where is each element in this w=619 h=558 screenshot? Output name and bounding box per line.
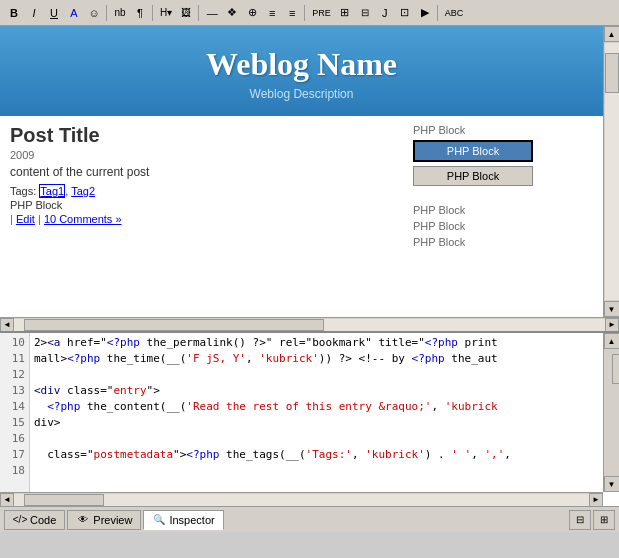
code-line-15: div> bbox=[34, 415, 599, 431]
scroll-thumb[interactable] bbox=[605, 53, 619, 93]
j-button[interactable]: J bbox=[376, 4, 394, 22]
code-area: 10 11 12 13 14 15 16 17 18 2><a href="<?… bbox=[0, 331, 619, 506]
line-num-18: 18 bbox=[0, 463, 29, 479]
tag1-link[interactable]: Tag1 bbox=[39, 184, 65, 198]
design-area: Weblog Name Weblog Description Post Titl… bbox=[0, 26, 619, 331]
scroll-up-arrow[interactable]: ▲ bbox=[604, 26, 620, 42]
code-line-12 bbox=[34, 367, 599, 383]
site-header: Weblog Name Weblog Description bbox=[0, 26, 603, 116]
php-block-tag-label: PHP Block bbox=[10, 199, 62, 211]
code-line-14: <?php the_content(__('Read the rest of t… bbox=[34, 399, 599, 415]
page-preview: Weblog Name Weblog Description Post Titl… bbox=[0, 26, 603, 317]
code-icon: </> bbox=[13, 513, 27, 527]
post-content: content of the current post bbox=[10, 165, 393, 179]
code-scroll-down[interactable]: ▼ bbox=[604, 476, 620, 492]
code-line-17: class="postmetadata"><?php the_tags(__('… bbox=[34, 447, 599, 463]
separator bbox=[304, 5, 306, 21]
php-block-bot2-label: PHP Block bbox=[413, 236, 593, 248]
line-num-15: 15 bbox=[0, 415, 29, 431]
tab-code-label: Code bbox=[30, 514, 56, 526]
nb-button[interactable]: nb bbox=[111, 4, 129, 22]
align-center-button[interactable]: ≡ bbox=[283, 4, 301, 22]
code-line-11: mall><?php the_time(__('F jS, Y', 'kubri… bbox=[34, 351, 599, 367]
pre-button[interactable]: PRE bbox=[309, 4, 334, 22]
code-h-thumb[interactable] bbox=[24, 494, 104, 506]
line-num-13: 13 bbox=[0, 383, 29, 399]
scroll-right-arrow[interactable]: ► bbox=[605, 318, 619, 332]
php-block-btn-2[interactable]: PHP Block bbox=[413, 166, 533, 186]
inspector-icon: 🔍 bbox=[152, 513, 166, 527]
line-num-10: 10 bbox=[0, 335, 29, 351]
separator bbox=[152, 5, 154, 21]
line-num-11: 11 bbox=[0, 351, 29, 367]
line-numbers: 10 11 12 13 14 15 16 17 18 bbox=[0, 333, 30, 492]
scroll-track[interactable] bbox=[605, 43, 619, 300]
table-button[interactable]: ⊞ bbox=[336, 4, 354, 22]
post-tags: Tags: Tag1, Tag2 bbox=[10, 185, 393, 197]
tab-code[interactable]: </> Code bbox=[4, 510, 65, 530]
form-button[interactable]: ⊟ bbox=[356, 4, 374, 22]
bold-button[interactable]: B bbox=[5, 4, 23, 22]
code-scroll-left[interactable]: ◄ bbox=[0, 493, 14, 507]
line-num-12: 12 bbox=[0, 367, 29, 383]
line-num-16: 16 bbox=[0, 431, 29, 447]
bookmark-button[interactable]: ⊕ bbox=[243, 4, 261, 22]
code-line-10: 2><a href="<?php the_permalink() ?>" rel… bbox=[34, 335, 599, 351]
comments-link[interactable]: 10 Comments » bbox=[44, 213, 122, 225]
tag2-link[interactable]: Tag2 bbox=[71, 185, 95, 197]
bottom-tab-bar: </> Code 👁 Preview 🔍 Inspector ⊟ ⊞ bbox=[0, 506, 619, 532]
code-scroll-right[interactable]: ► bbox=[589, 493, 603, 507]
scroll-down-arrow[interactable]: ▼ bbox=[604, 301, 620, 317]
site-description: Weblog Description bbox=[0, 87, 603, 101]
tab-inspector-label: Inspector bbox=[169, 514, 214, 526]
php-block-inline: PHP Block bbox=[10, 199, 393, 211]
tab-preview-label: Preview bbox=[93, 514, 132, 526]
design-content: Weblog Name Weblog Description Post Titl… bbox=[0, 26, 603, 317]
tab-preview[interactable]: 👁 Preview bbox=[67, 510, 141, 530]
php-block-btn-1[interactable]: PHP Block bbox=[413, 140, 533, 162]
site-title: Weblog Name bbox=[0, 46, 603, 83]
hr-button[interactable]: — bbox=[203, 4, 221, 22]
special-char-button[interactable]: ❖ bbox=[223, 4, 241, 22]
sidebar: PHP Block PHP Block PHP Block PHP Block … bbox=[403, 124, 603, 252]
code-content[interactable]: 2><a href="<?php the_permalink() ?>" rel… bbox=[30, 333, 603, 492]
underline-button[interactable]: U bbox=[45, 4, 63, 22]
edit-link[interactable]: Edit bbox=[16, 213, 35, 225]
editor-wrapper: B I U A ☺ nb ¶ H▾ 🖼 — ❖ ⊕ ≡ ≡ PRE ⊞ ⊟ J … bbox=[0, 0, 619, 532]
code-h-track[interactable] bbox=[14, 494, 589, 506]
image-button[interactable]: 🖼 bbox=[177, 4, 195, 22]
separator bbox=[106, 5, 108, 21]
h-scroll-thumb[interactable] bbox=[24, 319, 324, 331]
h-scroll-track[interactable] bbox=[14, 319, 605, 331]
tab-inspector[interactable]: 🔍 Inspector bbox=[143, 510, 223, 530]
line-num-17: 17 bbox=[0, 447, 29, 463]
smiley-button[interactable]: ☺ bbox=[85, 4, 103, 22]
design-horizontal-scrollbar[interactable]: ◄ ► bbox=[0, 317, 619, 331]
italic-button[interactable]: I bbox=[25, 4, 43, 22]
main-content: Post Title 2009 content of the current p… bbox=[0, 124, 403, 252]
resize-btn-1[interactable]: ⊟ bbox=[569, 510, 591, 530]
post-title: Post Title bbox=[10, 124, 393, 147]
code-v-thumb[interactable] bbox=[612, 354, 620, 384]
resize-btn-2[interactable]: ⊞ bbox=[593, 510, 615, 530]
align-left-button[interactable]: ≡ bbox=[263, 4, 281, 22]
toolbar: B I U A ☺ nb ¶ H▾ 🖼 — ❖ ⊕ ≡ ≡ PRE ⊞ ⊟ J … bbox=[0, 0, 619, 26]
anchor-button[interactable]: A bbox=[65, 4, 83, 22]
bottom-right-buttons: ⊟ ⊞ bbox=[569, 510, 615, 530]
tags-label: Tags: bbox=[10, 185, 36, 197]
media-button[interactable]: ▶ bbox=[416, 4, 434, 22]
layer-button[interactable]: ⊡ bbox=[396, 4, 414, 22]
heading-button[interactable]: H▾ bbox=[157, 4, 175, 22]
code-line-13: <div class="entry"> bbox=[34, 383, 599, 399]
php-block-top-label: PHP Block bbox=[413, 124, 593, 136]
code-horizontal-scrollbar[interactable]: ◄ ► bbox=[0, 492, 603, 506]
vertical-scrollbar[interactable]: ▲ ▼ bbox=[603, 26, 619, 317]
code-scroll-up[interactable]: ▲ bbox=[604, 333, 620, 349]
separator bbox=[198, 5, 200, 21]
code-vertical-scrollbar[interactable]: ▲ ▼ bbox=[603, 333, 619, 492]
post-date: 2009 bbox=[10, 149, 393, 161]
scroll-left-arrow[interactable]: ◄ bbox=[0, 318, 14, 332]
spellcheck-button[interactable]: ABC bbox=[442, 4, 467, 22]
separator bbox=[437, 5, 439, 21]
para-button[interactable]: ¶ bbox=[131, 4, 149, 22]
